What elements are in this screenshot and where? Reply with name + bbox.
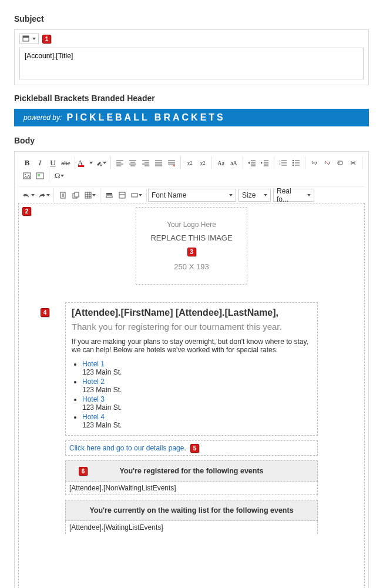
brand-wordmark: PICKLEBALL BRACKETS — [66, 112, 225, 123]
font-name-dropdown[interactable]: Font Name — [148, 189, 236, 202]
svg-rect-12 — [36, 173, 43, 179]
align-left-button[interactable] — [113, 156, 126, 169]
waiting-token[interactable]: [Attendee].[WaitingListEvents] — [65, 521, 318, 534]
branded-header-label: Pickleball Brackets Branded Header — [14, 93, 369, 103]
svg-rect-20 — [119, 192, 125, 198]
symbol-button[interactable]: Ω — [52, 169, 67, 182]
svg-rect-19 — [106, 196, 112, 198]
waiting-header[interactable]: You're currently on the waiting list for… — [65, 500, 318, 521]
waiting-events-section: You're currently on the waiting list for… — [65, 500, 318, 534]
hotel-address: 123 Main St. — [82, 386, 311, 394]
hotel-link[interactable]: Hotel 1 — [82, 360, 105, 368]
registered-token[interactable]: [Attendee].[NonWaitingListEvents] — [65, 482, 318, 495]
callout-marker-3: 3 — [187, 248, 196, 256]
registered-header[interactable]: 6 You're registered for the following ev… — [65, 460, 318, 482]
backcolor-button[interactable] — [93, 156, 108, 169]
body-panel: B I U abc A x2 x2 Aa aA 12 — [14, 151, 369, 588]
redo-button[interactable] — [36, 189, 51, 202]
hotel-list: Hotel 1123 Main St.Hotel 2123 Main St.Ho… — [82, 360, 311, 429]
callout-marker-2: 2 — [22, 207, 31, 216]
svg-point-11 — [25, 174, 26, 175]
logo-line2: REPLACE THIS IMAGE — [142, 233, 241, 242]
align-justify-button[interactable] — [152, 156, 165, 169]
box-button[interactable] — [129, 189, 144, 202]
underline-button[interactable]: U — [46, 156, 59, 169]
svg-rect-1 — [23, 36, 29, 38]
logo-placeholder-box[interactable]: Your Logo Here REPLACE THIS IMAGE 3 250 … — [136, 207, 247, 285]
hotel-address: 123 Main St. — [82, 403, 311, 412]
registered-events-section: 6 You're registered for the following ev… — [65, 460, 318, 495]
callout-marker-6: 6 — [79, 467, 88, 476]
callout-marker-1: 1 — [42, 35, 51, 44]
list-item: Hotel 4123 Main St. — [82, 413, 311, 429]
branded-header-bar: powered by: PICKLEBALL BRACKETS — [14, 109, 369, 126]
svg-text:1: 1 — [279, 159, 281, 162]
anchor-button[interactable] — [334, 156, 347, 169]
link-button[interactable] — [308, 156, 321, 169]
remove-align-button[interactable] — [165, 156, 178, 169]
chevron-down-icon — [229, 194, 233, 196]
cut-button[interactable] — [56, 189, 69, 202]
callout-marker-5: 5 — [190, 444, 199, 453]
svg-point-7 — [293, 165, 294, 166]
undo-button[interactable] — [21, 189, 36, 202]
list-item: Hotel 1123 Main St. — [82, 360, 311, 376]
font-size-dropdown[interactable]: Size — [238, 189, 271, 202]
font-real-dropdown[interactable]: Real fo... — [273, 189, 314, 202]
ordered-list-button[interactable]: 12 — [277, 156, 290, 169]
details-link-block[interactable]: Click here and go to our details page. 5 — [65, 440, 318, 456]
chevron-down-icon — [264, 194, 267, 196]
hotel-address: 123 Main St. — [82, 421, 311, 429]
strike-button[interactable]: abc — [59, 156, 72, 169]
hotel-link[interactable]: Hotel 2 — [82, 377, 105, 386]
remove-link-button[interactable] — [347, 156, 360, 169]
upper-button[interactable]: Aa — [214, 156, 227, 169]
hotel-link[interactable]: Hotel 3 — [82, 395, 105, 403]
bold-button[interactable]: B — [21, 156, 33, 169]
hotel-address: 123 Main St. — [82, 368, 311, 376]
body-label: Body — [14, 136, 369, 145]
logo-line3: 250 X 193 — [142, 262, 241, 271]
snippet-button[interactable] — [103, 189, 116, 202]
hotel-link[interactable]: Hotel 4 — [82, 413, 105, 421]
unordered-list-button[interactable] — [290, 156, 303, 169]
editor-toolbar-row-1: B I U abc A x2 x2 Aa aA 12 — [18, 155, 365, 183]
image-map-button[interactable] — [33, 169, 46, 182]
align-right-button[interactable] — [139, 156, 152, 169]
outdent-button[interactable] — [246, 156, 258, 169]
subject-panel: 1 — [14, 29, 369, 85]
superscript-button[interactable]: x2 — [196, 156, 209, 169]
greeting-block[interactable]: [Attendee].[FirstName] [Attendee].[LastN… — [65, 302, 318, 436]
hotel-intro-text: If you are making your plans to stay ove… — [72, 338, 311, 354]
insert-token-dropdown[interactable] — [19, 34, 39, 44]
image-button[interactable] — [21, 169, 33, 182]
subject-label: Subject — [14, 14, 369, 24]
svg-rect-16 — [75, 192, 79, 197]
editor-toolbar-row-2: Font Name Size Real fo... — [18, 186, 365, 203]
lower-button[interactable]: aA — [227, 156, 240, 169]
svg-rect-17 — [85, 192, 91, 198]
svg-rect-8 — [338, 161, 342, 165]
unlink-button[interactable] — [321, 156, 334, 169]
editor-canvas[interactable]: 2 Your Logo Here REPLACE THIS IMAGE 3 25… — [18, 203, 365, 588]
svg-point-2 — [100, 165, 102, 166]
indent-button[interactable] — [258, 156, 271, 169]
details-link[interactable]: Click here and go to our details page. — [69, 444, 186, 452]
forecolor-button[interactable]: A — [78, 156, 93, 169]
svg-rect-13 — [38, 174, 40, 176]
table-button[interactable] — [82, 189, 98, 202]
svg-rect-14 — [61, 192, 65, 198]
subscript-button[interactable]: x2 — [183, 156, 196, 169]
svg-rect-21 — [132, 193, 137, 197]
italic-button[interactable]: I — [33, 156, 46, 169]
svg-rect-15 — [73, 193, 77, 198]
svg-point-6 — [293, 162, 294, 163]
module-button[interactable] — [116, 189, 129, 202]
align-center-button[interactable] — [126, 156, 139, 169]
chevron-down-icon — [307, 194, 311, 196]
subject-input[interactable] — [19, 48, 364, 79]
copy-button[interactable] — [69, 189, 82, 202]
thankyou-text: Thank you for registering for our tourna… — [72, 322, 311, 332]
svg-rect-18 — [106, 193, 112, 195]
svg-rect-10 — [23, 173, 31, 179]
